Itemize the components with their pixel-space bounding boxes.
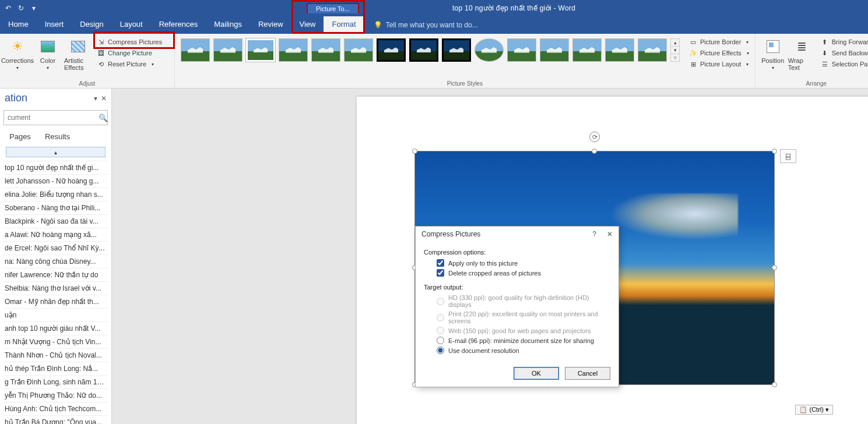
style-thumb[interactable] — [311, 38, 340, 62]
email-radio[interactable]: E-mail (96 ppi): minimize document size … — [424, 335, 610, 345]
delete-cropped-checkbox[interactable]: Delete cropped areas of pictures — [424, 268, 610, 278]
tab-home[interactable]: Home — [0, 16, 37, 34]
style-thumb[interactable] — [475, 38, 504, 62]
ok-button[interactable]: OK — [514, 367, 559, 380]
nav-collapse-icon[interactable]: ▴ — [6, 147, 106, 157]
tab-review[interactable]: Review — [250, 16, 291, 34]
nav-item[interactable]: na: Nàng công chúa Disney... — [3, 255, 108, 268]
nav-tab-results[interactable]: Results — [45, 132, 70, 141]
nav-item[interactable]: uận — [3, 308, 108, 321]
resize-handle[interactable] — [592, 149, 597, 154]
scroll-up-icon[interactable]: ▴ — [671, 39, 679, 47]
style-thumb[interactable] — [213, 38, 243, 62]
send-backward-button[interactable]: ⬇Send Backward▾ — [818, 48, 868, 58]
change-picture-button[interactable]: 🖼 Change Picture — [94, 48, 164, 58]
help-icon[interactable]: ? — [592, 230, 596, 238]
bring-forward-button[interactable]: ⬆Bring Forward▾ — [818, 37, 868, 47]
resize-handle[interactable] — [772, 149, 777, 154]
picture-layout-button[interactable]: ⊞Picture Layout▾ — [687, 59, 751, 69]
rotate-handle[interactable]: ⟳ — [589, 132, 600, 142]
email-input[interactable] — [437, 337, 444, 344]
position-button[interactable]: Position ▾ — [759, 35, 787, 71]
style-thumb[interactable] — [344, 38, 373, 62]
style-thumb[interactable] — [507, 38, 536, 62]
nav-item[interactable]: top 10 người đẹp nhất thế gi... — [3, 161, 108, 174]
compress-icon: ⇲ — [97, 38, 105, 46]
apply-only-input[interactable] — [437, 259, 444, 267]
wrap-text-button[interactable]: ≣ Wrap Text — [788, 35, 816, 71]
tab-view[interactable]: View — [291, 16, 324, 34]
usedoc-input[interactable] — [437, 347, 444, 354]
nav-dropdown-icon[interactable]: ▾ — [94, 94, 97, 103]
tab-references[interactable]: References — [151, 16, 206, 34]
dropdown-icon: ▾ — [747, 51, 749, 56]
selection-pane-button[interactable]: ☰Selection Pane — [818, 59, 868, 69]
nav-item[interactable]: anh top 10 người giàu nhất V... — [3, 321, 108, 335]
style-thumb[interactable] — [246, 38, 275, 62]
style-thumb[interactable] — [181, 38, 210, 62]
reset-picture-button[interactable]: ⟲ Reset Picture ▾ — [94, 59, 164, 69]
tab-layout[interactable]: Layout — [112, 16, 151, 34]
tab-format[interactable]: Format — [324, 16, 364, 34]
search-icon[interactable]: 🔍 — [99, 114, 108, 122]
corrections-button[interactable]: ☀ Corrections ▾ — [3, 35, 31, 70]
close-icon[interactable]: ✕ — [101, 94, 107, 103]
search-input[interactable] — [8, 114, 95, 122]
nav-item[interactable]: m Nhật Vượng - Chủ tịch Vin... — [3, 335, 108, 348]
tab-insert[interactable]: Insert — [37, 16, 72, 34]
style-thumb[interactable] — [605, 38, 634, 62]
nav-item[interactable]: g Trần Đình Long, sinh năm 19... — [3, 375, 108, 388]
paste-options-badge[interactable]: 📋 (Ctrl) ▾ — [795, 405, 834, 415]
nav-item[interactable]: a Alawi: Nữ hoàng mạng xã... — [3, 228, 108, 241]
resize-handle[interactable] — [412, 149, 417, 154]
nav-item[interactable]: nifer Lawrence: Nữ thần tự do — [3, 268, 108, 281]
nav-item[interactable]: Omar - Mỹ nhân đẹp nhất th... — [3, 295, 108, 308]
target-output-label: Target output: — [424, 284, 610, 291]
nav-item[interactable]: Thành Nhơn - Chủ tịch Noval... — [3, 348, 108, 362]
picture-effects-button[interactable]: ✨Picture Effects▾ — [687, 48, 751, 58]
apply-only-checkbox[interactable]: Apply only to this picture — [424, 258, 610, 268]
scroll-down-icon[interactable]: ▾ — [671, 47, 679, 54]
qat-more-icon[interactable]: ▾ — [29, 3, 38, 13]
undo-icon[interactable]: ↶ — [3, 3, 13, 13]
tell-me[interactable]: 💡 Tell me what you want to do... — [374, 16, 478, 34]
redo-icon[interactable]: ↻ — [16, 3, 26, 13]
style-thumb[interactable] — [409, 38, 438, 62]
usedoc-radio[interactable]: Use document resolution — [424, 345, 610, 355]
style-thumb[interactable] — [638, 38, 667, 62]
close-icon[interactable]: ✕ — [607, 230, 613, 238]
gallery-more-icon[interactable]: ▿ — [671, 54, 679, 61]
style-thumb[interactable] — [377, 38, 406, 62]
nav-item[interactable]: hủ thép Trần Đình Long: Nắ... — [3, 362, 108, 375]
color-button[interactable]: Color ▾ — [34, 35, 62, 70]
style-thumb[interactable] — [572, 38, 602, 62]
nav-item[interactable]: Blackpink - Ngôi sao đa tài v... — [3, 214, 108, 228]
nav-item[interactable]: lett Johansson - Nữ hoàng g... — [3, 174, 108, 188]
ribbon-tabs: Home Insert Design Layout References Mai… — [0, 16, 868, 34]
nav-item[interactable]: Shelbia: Nàng thơ Israel với v... — [3, 281, 108, 295]
nav-item[interactable]: hủ Trần Bá Dương: "Ông vua... — [3, 415, 108, 424]
artistic-label: Artistic Effects — [64, 57, 92, 71]
artistic-effects-button[interactable]: Artistic Effects — [64, 35, 92, 71]
nav-tab-pages[interactable]: Pages — [9, 132, 31, 141]
nav-item[interactable]: de Ercel: Ngôi sao Thổ Nhĩ Kỳ... — [3, 241, 108, 255]
resize-handle[interactable] — [772, 382, 777, 387]
cancel-button[interactable]: Cancel — [565, 367, 610, 380]
delete-cropped-input[interactable] — [437, 269, 444, 277]
layout-options-button[interactable]: ⌸ — [780, 149, 796, 163]
nav-item[interactable]: yễn Thị Phương Thảo: Nữ do... — [3, 388, 108, 402]
navigation-search[interactable]: 🔍 ▾ — [3, 110, 108, 125]
gallery-scroll[interactable]: ▴▾▿ — [670, 38, 680, 62]
compress-pictures-button[interactable]: ⇲ Compress Pictures — [94, 37, 164, 47]
style-thumb[interactable] — [279, 38, 308, 62]
tab-mailings[interactable]: Mailings — [206, 16, 250, 34]
nav-item[interactable]: Soberano - Nàng thơ tại Phili... — [3, 201, 108, 214]
tab-design[interactable]: Design — [72, 16, 111, 34]
paste-label: (Ctrl) ▾ — [810, 406, 830, 414]
style-thumb[interactable] — [540, 38, 569, 62]
resize-handle[interactable] — [772, 265, 777, 270]
picture-border-button[interactable]: ▭Picture Border▾ — [687, 37, 751, 47]
nav-item[interactable]: Hùng Anh: Chủ tịch Techcom... — [3, 402, 108, 415]
nav-item[interactable]: elina Jolie: Biểu tượng nhan s... — [3, 188, 108, 201]
style-thumb[interactable] — [442, 38, 471, 62]
